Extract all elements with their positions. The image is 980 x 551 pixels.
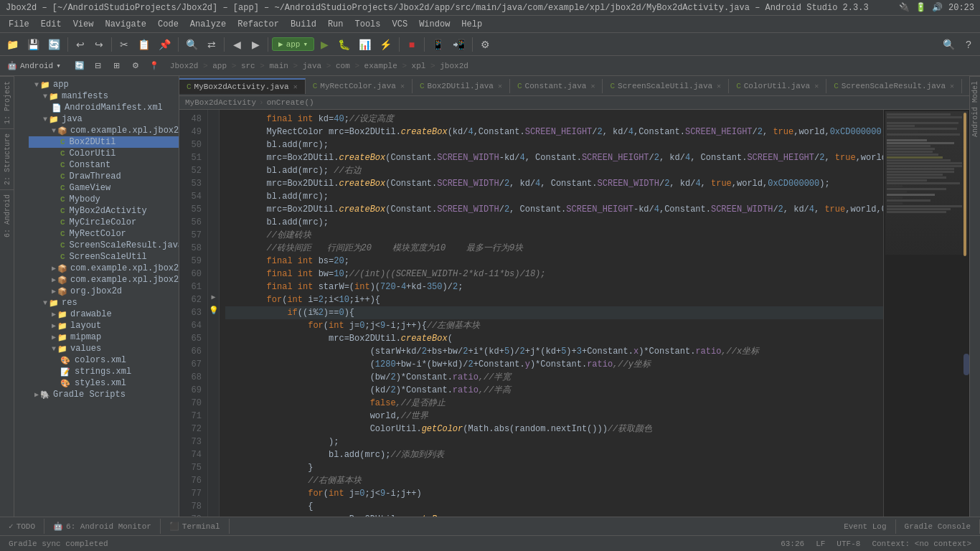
tool-project[interactable]: 1: Project — [0, 76, 14, 128]
stop-btn[interactable]: ■ — [403, 36, 420, 53]
toolbar-cut-btn[interactable]: ✂ — [116, 36, 133, 53]
tree-mipmap[interactable]: ▶ 📁 mipmap — [29, 331, 179, 343]
tree-screenscaleutil[interactable]: C ScreenScaleUtil — [29, 251, 179, 263]
bulb-icon-63[interactable]: 💡 — [209, 306, 219, 315]
toolbar-copy-btn[interactable]: 📋 — [134, 36, 154, 53]
bottom-tab-todo[interactable]: ✓ TODO — [0, 519, 44, 534]
tab-close-myrectcolor[interactable]: ✕ — [400, 82, 405, 90]
tab-screenscaleresult[interactable]: C ScreenScaleResult.java ✕ — [826, 79, 962, 93]
tree-layout[interactable]: ▶ 📁 layout — [29, 320, 179, 331]
nav-settings-btn[interactable]: ⚙ — [127, 59, 144, 73]
toolbar-back-btn[interactable]: ◀ — [228, 36, 245, 53]
tool-android-model[interactable]: Android Model — [969, 76, 981, 141]
status-charset[interactable]: UTF-8 — [834, 540, 863, 548]
tree-orgjbox2d[interactable]: ▶ 📦 org.jbox2d — [29, 286, 179, 297]
tree-package-a[interactable]: ▶ 📦 com.example.xpl.jbox2d (a... — [29, 263, 179, 274]
help-btn[interactable]: ? — [960, 36, 977, 53]
avd-manager-btn[interactable]: 📲 — [449, 36, 468, 53]
toolbar-paste-btn[interactable]: 📌 — [155, 36, 174, 53]
tab-constant[interactable]: C Constant.java ✕ — [510, 79, 603, 93]
nav-sync-btn[interactable]: 🔄 — [71, 59, 88, 73]
tree-constant[interactable]: C Constant — [29, 159, 179, 171]
tab-close-screenscaleresult[interactable]: ✕ — [950, 82, 954, 90]
debug-btn[interactable]: 🐛 — [334, 36, 354, 53]
menu-tools[interactable]: Tools — [349, 17, 387, 32]
menu-code[interactable]: Code — [152, 17, 184, 32]
tab-screenscaleutil[interactable]: C ScreenScaleUtil.java ✕ — [603, 79, 729, 93]
search-everywhere-btn[interactable]: 🔍 — [939, 36, 958, 53]
bottom-tab-event-log[interactable]: Event Log — [835, 519, 895, 534]
settings-btn[interactable]: ⚙ — [476, 36, 494, 53]
tree-drawthread[interactable]: C DrawThread — [29, 171, 179, 182]
tool-android[interactable]: 6: Android — [0, 189, 14, 242]
menu-analyze[interactable]: Analyze — [184, 17, 232, 32]
nav-android[interactable]: 🤖 Android ▾ — [3, 60, 65, 72]
menu-window[interactable]: Window — [413, 17, 456, 32]
status-position[interactable]: 63:26 — [778, 540, 807, 548]
toolbar-redo-btn[interactable]: ↪ — [90, 36, 108, 53]
toolbar-save-btn[interactable]: 💾 — [24, 36, 43, 53]
tree-screenscaleresultfile[interactable]: C ScreenScaleResult.java — [29, 240, 179, 251]
tool-structure[interactable]: 2: Structure — [0, 128, 14, 189]
toolbar-replace-btn[interactable]: ⇄ — [203, 36, 220, 53]
bottom-tab-gradle-console[interactable]: Gradle Console — [896, 519, 980, 534]
tab-close-constant[interactable]: ✕ — [590, 82, 595, 90]
tree-mybox2dactivity[interactable]: C MyBox2dActivity — [29, 205, 179, 217]
tab-close-mybox2dactivity[interactable]: ✕ — [293, 83, 298, 91]
tab-close-screenscaleutil[interactable]: ✕ — [717, 82, 721, 90]
tree-app[interactable]: ▼ 📁 app — [29, 79, 179, 90]
tree-mybody[interactable]: C Mybody — [29, 194, 179, 205]
toolbar-sync-btn[interactable]: 🔄 — [44, 36, 64, 53]
nav-jbox2d[interactable]: Jbox2d — [170, 62, 199, 70]
nav-com[interactable]: com — [336, 62, 350, 70]
tab-box2dutil[interactable]: C Box2DUtil.java ✕ — [413, 79, 510, 93]
toolbar-undo-btn[interactable]: ↩ — [72, 36, 89, 53]
tree-myrectcolor[interactable]: C MyRectColor — [29, 228, 179, 240]
menu-edit[interactable]: Edit — [35, 17, 67, 32]
toolbar-forward-btn[interactable]: ▶ — [247, 36, 264, 53]
nav-expand-btn[interactable]: ⊞ — [108, 59, 126, 73]
coverage-btn[interactable]: 📊 — [355, 36, 374, 53]
run-btn[interactable]: ▶ — [316, 36, 333, 53]
bottom-tab-terminal[interactable]: ⬛ Terminal — [161, 519, 230, 534]
menu-navigate[interactable]: Navigate — [99, 17, 152, 32]
tree-java[interactable]: ▼ 📁 java — [29, 113, 179, 125]
tree-androidmanifest[interactable]: 📄 AndroidManifest.xml — [29, 102, 179, 113]
tree-colors[interactable]: 🎨 colors.xml — [29, 354, 179, 366]
tree-strings[interactable]: 📝 strings.xml — [29, 366, 179, 377]
status-encoding[interactable]: LF — [813, 540, 828, 548]
menu-run[interactable]: Run — [322, 17, 349, 32]
menu-help[interactable]: Help — [456, 17, 488, 32]
tree-mycirclecolor[interactable]: C MyCircleColor — [29, 217, 179, 228]
tree-manifests[interactable]: ▼ 📁 manifests — [29, 90, 179, 102]
menu-refactor[interactable]: Refactor — [232, 17, 285, 32]
breadcrumb-method[interactable]: onCreate() — [267, 98, 314, 107]
nav-java[interactable]: java — [303, 62, 321, 70]
tree-gameview[interactable]: C GameView — [29, 182, 179, 194]
nav-example[interactable]: example — [364, 62, 397, 70]
tab-myrectcolor[interactable]: C MyRectColor.java ✕ — [306, 79, 413, 93]
nav-xpl[interactable]: xpl — [412, 62, 426, 70]
tree-colorutil[interactable]: C ColorUtil — [29, 148, 179, 159]
bottom-tab-android-monitor[interactable]: 🤖 6: Android Monitor — [44, 519, 161, 534]
nav-main[interactable]: main — [270, 62, 288, 70]
nav-jbox2d2[interactable]: jbox2d — [440, 62, 468, 70]
tree-gradle[interactable]: ▶ 🐘 Gradle Scripts — [29, 389, 179, 400]
toolbar-search-btn[interactable]: 🔍 — [182, 36, 202, 53]
nav-src[interactable]: src — [241, 62, 255, 70]
toolbar-project-btn[interactable]: 📁 — [3, 36, 22, 53]
tree-res[interactable]: ▼ 📁 res — [29, 297, 179, 309]
nav-scroll-btn[interactable]: 📍 — [146, 59, 163, 73]
tab-colorutil[interactable]: C ColorUtil.java ✕ — [729, 79, 826, 93]
tab-close-box2dutil[interactable]: ✕ — [498, 82, 502, 90]
menu-build[interactable]: Build — [285, 17, 322, 32]
fold-arrow-62[interactable]: ▶ — [211, 293, 215, 301]
menu-view[interactable]: View — [67, 17, 100, 32]
tree-drawable[interactable]: ▶ 📁 drawable — [29, 309, 179, 320]
nav-collapse-btn[interactable]: ⊟ — [90, 59, 107, 73]
sdk-manager-btn[interactable]: 📱 — [428, 36, 448, 53]
tree-values[interactable]: ▼ 📁 values — [29, 343, 179, 354]
profile-btn[interactable]: ⚡ — [376, 36, 395, 53]
tab-mybox2dactivity[interactable]: C MyBox2dActivity.java ✕ — [179, 78, 306, 94]
tree-styles[interactable]: 🎨 styles.xml — [29, 377, 179, 389]
